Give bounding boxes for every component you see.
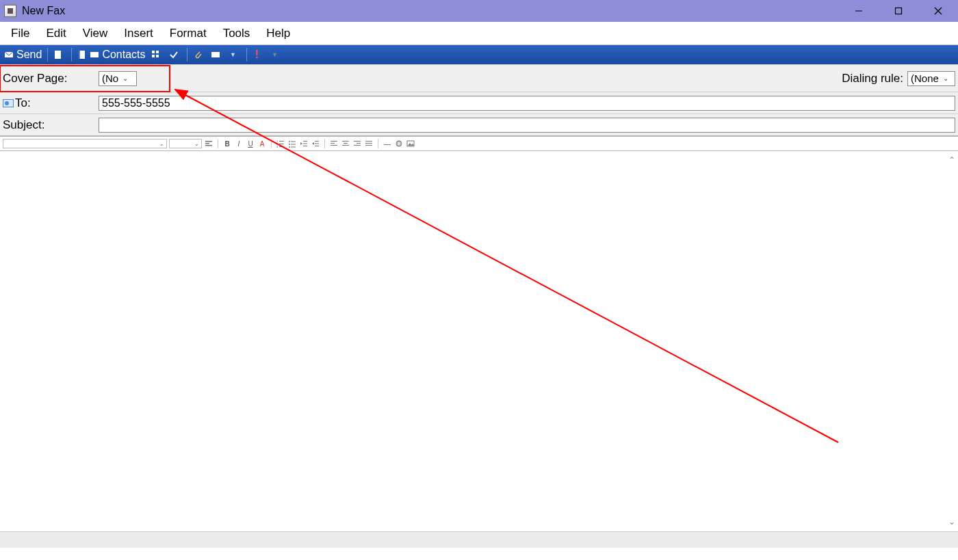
toolbar-priority[interactable]: ! — [250, 49, 268, 61]
cover-page-select[interactable]: (No ⌄ — [99, 71, 137, 86]
font-size-select[interactable]: ⌄ — [169, 139, 202, 148]
toolbar-icon-envelope[interactable] — [208, 49, 226, 61]
svg-rect-42 — [342, 145, 349, 146]
svg-rect-44 — [357, 143, 361, 144]
toolbar-icon-grid[interactable] — [148, 49, 166, 61]
contacts-button[interactable]: Contacts — [75, 47, 148, 62]
svg-rect-31 — [303, 144, 307, 144]
svg-rect-11 — [152, 55, 155, 57]
svg-rect-40 — [342, 141, 349, 142]
svg-rect-14 — [205, 141, 212, 142]
close-button[interactable] — [918, 0, 958, 22]
svg-rect-39 — [331, 145, 337, 146]
align-right-button[interactable] — [352, 139, 362, 148]
svg-rect-16 — [205, 145, 212, 146]
underline-button[interactable]: U — [246, 139, 255, 148]
status-bar — [0, 531, 958, 548]
menu-help[interactable]: Help — [258, 23, 298, 44]
menu-edit[interactable]: Edit — [38, 23, 74, 44]
bold-button[interactable]: B — [222, 139, 232, 148]
align-center-button[interactable] — [341, 139, 350, 148]
dialing-rule-select[interactable]: (None ⌄ — [907, 71, 955, 86]
menu-bar: File Edit View Insert Format Tools Help — [0, 22, 958, 45]
svg-rect-37 — [331, 141, 337, 142]
font-family-select[interactable]: ⌄ — [3, 139, 167, 148]
format-separator — [324, 139, 325, 148]
scroll-up-arrow[interactable]: ⌃ — [948, 155, 955, 165]
toolbar-icon-check[interactable] — [166, 49, 184, 61]
format-separator — [378, 139, 378, 148]
menu-format[interactable]: Format — [161, 23, 215, 44]
app-icon — [4, 5, 16, 17]
format-separator — [218, 139, 218, 148]
numbered-list-button[interactable]: 123 — [276, 139, 285, 148]
contact-card-icon — [3, 99, 14, 107]
menu-insert[interactable]: Insert — [116, 23, 161, 44]
minimize-button[interactable] — [839, 0, 879, 22]
toolbar-icon-attach[interactable] — [190, 49, 208, 61]
chevron-down-icon: ⌄ — [943, 75, 948, 82]
toolbar-icon-1[interactable] — [51, 49, 68, 61]
svg-rect-24 — [291, 142, 296, 142]
grid-icon — [151, 50, 161, 59]
menu-view[interactable]: View — [75, 23, 116, 44]
svg-rect-18 — [279, 141, 284, 142]
send-button[interactable]: Send — [1, 47, 44, 62]
svg-point-23 — [289, 141, 290, 142]
paragraph-style-button[interactable] — [204, 139, 213, 148]
svg-rect-10 — [156, 51, 159, 53]
page-icon — [53, 50, 63, 59]
svg-rect-38 — [331, 143, 335, 144]
bullet-list-button[interactable] — [287, 139, 297, 148]
chevron-down-icon: ⌄ — [122, 75, 128, 82]
toolbar-separator — [246, 48, 247, 62]
font-color-button[interactable]: A — [257, 139, 267, 148]
svg-rect-15 — [205, 143, 209, 144]
maximize-button[interactable] — [879, 0, 918, 22]
insert-link-button[interactable] — [394, 139, 404, 148]
dialing-rule-block: Dialing rule: (None ⌄ — [842, 71, 955, 86]
indent-button[interactable] — [311, 139, 320, 148]
toolbar: Send Contacts ▼ ! ▼ — [0, 45, 958, 64]
chevron-down-icon: ▼ — [270, 50, 280, 59]
scroll-down-arrow[interactable]: ⌄ — [948, 517, 955, 527]
svg-rect-9 — [152, 51, 155, 53]
cover-page-value: (No — [102, 72, 118, 84]
svg-rect-30 — [303, 141, 307, 142]
window-controls — [839, 0, 958, 22]
svg-rect-48 — [365, 145, 372, 146]
subject-input[interactable] — [99, 118, 955, 133]
menu-tools[interactable]: Tools — [215, 23, 259, 44]
format-toolbar: ⌄ ⌄ B I U A 123 — — [0, 136, 958, 151]
message-body[interactable]: ⌃ ⌄ — [0, 151, 958, 531]
svg-rect-22 — [279, 146, 284, 147]
menu-file[interactable]: File — [3, 23, 38, 44]
horizontal-rule-button[interactable]: — — [383, 139, 392, 148]
svg-rect-41 — [344, 143, 348, 144]
italic-button[interactable]: I — [234, 139, 244, 148]
svg-rect-36 — [315, 146, 319, 146]
priority-icon: ! — [253, 50, 262, 59]
subject-label: Subject: — [3, 118, 99, 132]
svg-rect-34 — [315, 141, 319, 142]
to-input[interactable] — [99, 96, 955, 111]
chevron-down-icon: ⌄ — [159, 141, 164, 147]
insert-image-button[interactable] — [406, 139, 415, 148]
paperclip-icon — [193, 50, 203, 59]
outdent-button[interactable] — [299, 139, 309, 148]
align-left-button[interactable] — [329, 139, 339, 148]
toolbar-dropdown-arrow[interactable]: ▼ — [226, 49, 244, 61]
cover-page-row: Cover Page: (No ⌄ Dialing rule: (None ⌄ — [0, 65, 958, 92]
toolbar-dropdown-arrow-2[interactable]: ▼ — [268, 49, 285, 61]
to-label-block[interactable]: To: — [3, 96, 99, 110]
cover-page-label: Cover Page: — [3, 72, 99, 85]
toolbar-separator — [71, 48, 72, 62]
align-justify-button[interactable] — [364, 139, 374, 148]
subject-row: Subject: — [0, 114, 958, 136]
svg-rect-26 — [291, 144, 296, 145]
svg-rect-32 — [303, 146, 307, 146]
chevron-down-icon: ⌄ — [194, 141, 199, 147]
svg-rect-20 — [279, 144, 284, 144]
svg-text:3: 3 — [276, 145, 279, 148]
svg-rect-43 — [354, 141, 361, 142]
